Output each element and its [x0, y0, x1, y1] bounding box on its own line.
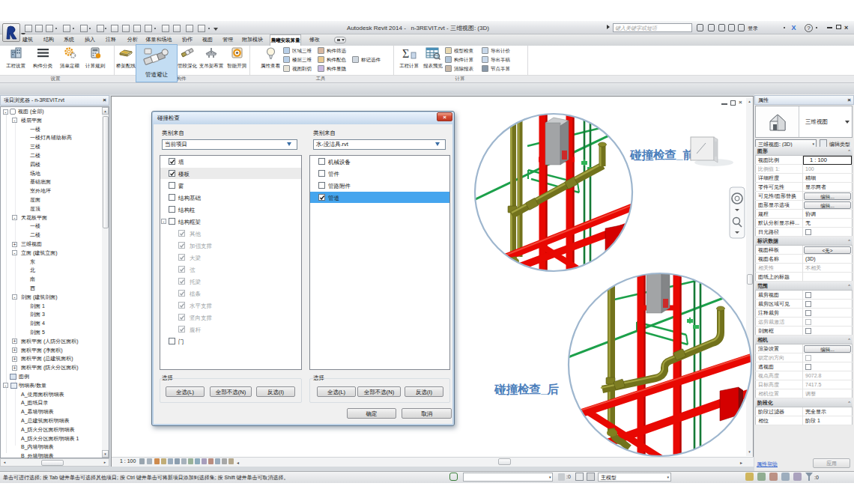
svg-text:碰撞检查_后: 碰撞检查_后 [494, 383, 560, 396]
svg-text:Σ: Σ [402, 47, 409, 60]
svg-text:碰撞检查_前: 碰撞检查_前 [629, 148, 695, 162]
